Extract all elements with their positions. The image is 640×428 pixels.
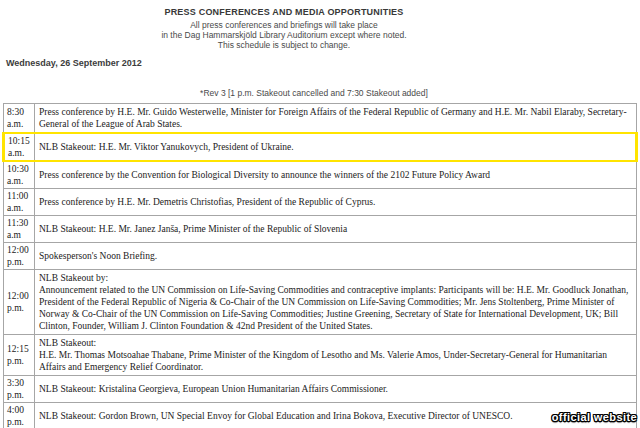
row-time: 12:00 p.m. (4, 243, 35, 270)
schedule-row: 4:00 p.m. NLB Stakeout: Gordon Brown, UN… (4, 403, 637, 428)
schedule-table-body: 8:30 a.m. Press conference by H.E. Mr. G… (4, 104, 637, 428)
row-time: 11:30 a.m (4, 216, 35, 243)
row-event: NLB Stakeout: Gordon Brown, UN Special E… (35, 403, 637, 428)
row-event: NLB Stakeout by: Announcement related to… (35, 270, 637, 335)
schedule-row: 10:30 a.m. Press conference by the Conve… (4, 161, 637, 189)
row-time: 4:00 p.m. (4, 403, 35, 428)
document-header: PRESS CONFERENCES AND MEDIA OPPORTUNITIE… (0, 7, 568, 50)
row-event: Press conference by the Convention for B… (35, 161, 637, 189)
row-time: 10:15 a.m. (4, 133, 35, 161)
schedule-row: 8:30 a.m. Press conference by H.E. Mr. G… (4, 104, 637, 134)
row-event: Press conference by H.E. Mr. Demetris Ch… (35, 189, 637, 216)
row-time: 10:30 a.m. (4, 161, 35, 189)
row-event: NLB Stakeout: H.E. Mr. Janez Janša, Prim… (35, 216, 637, 243)
subtitle-line-3: This schedule is subject to change. (0, 40, 568, 50)
schedule-row: 12:00 p.m. NLB Stakeout by: Announcement… (4, 270, 637, 335)
subtitle-line-1: All press conferences and briefings will… (0, 20, 568, 30)
row-event: Spokesperson's Noon Briefing. (35, 243, 637, 270)
schedule-row: 12:00 p.m. Spokesperson's Noon Briefing. (4, 243, 637, 270)
schedule-row: 11:00 a.m. Press conference by H.E. Mr. … (4, 189, 637, 216)
subtitle-line-2: in the Dag Hammarskjöld Library Auditori… (0, 30, 568, 40)
page-title: PRESS CONFERENCES AND MEDIA OPPORTUNITIE… (0, 7, 568, 17)
schedule-document: { "header": { "title": "PRESS CONFERENCE… (0, 0, 640, 428)
schedule-table: 8:30 a.m. Press conference by H.E. Mr. G… (2, 103, 638, 428)
row-event: NLB Stakeout: Kristalina Georgieva, Euro… (35, 376, 637, 403)
row-time: 11:00 a.m. (4, 189, 35, 216)
row-time: 8:30 a.m. (4, 104, 35, 134)
row-event: NLB Stakeout: H.E. Mr. Thomas Motsoahae … (35, 335, 637, 376)
row-event: NLB Stakeout: H.E. Mr. Viktor Yanukovych… (35, 133, 637, 161)
row-event: Press conference by H.E. Mr. Guido Weste… (35, 104, 637, 134)
schedule-row: 3:30 p.m. NLB Stakeout: Kristalina Georg… (4, 376, 637, 403)
row-time: 3:30 p.m. (4, 376, 35, 403)
schedule-row: 11:30 a.m NLB Stakeout: H.E. Mr. Janez J… (4, 216, 637, 243)
row-time: 12:15 p.m. (4, 335, 35, 376)
schedule-row: 10:15 a.m. NLB Stakeout: H.E. Mr. Viktor… (4, 133, 637, 161)
revision-note: *Rev 3 [1 p.m. Stakeout cancelled and 7:… (0, 88, 628, 98)
official-website-watermark: official website (552, 411, 637, 423)
row-time: 12:00 p.m. (4, 270, 35, 335)
schedule-date: Wednesday, 26 September 2012 (6, 58, 142, 68)
schedule-row: 12:15 p.m. NLB Stakeout: H.E. Mr. Thomas… (4, 335, 637, 376)
